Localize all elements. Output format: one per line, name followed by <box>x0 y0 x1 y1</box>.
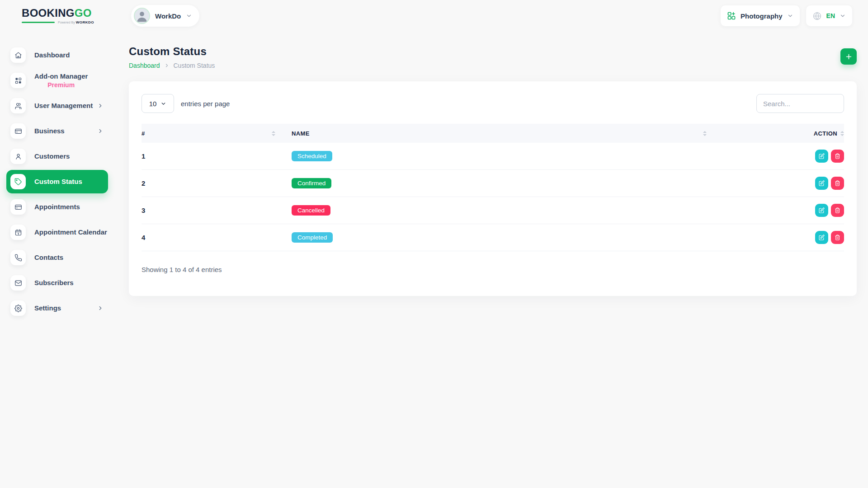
calendar-icon <box>10 225 26 240</box>
status-badge: Confirmed <box>292 178 331 188</box>
column-header-number: # <box>142 130 292 137</box>
home-icon <box>10 47 26 63</box>
language-label: EN <box>826 12 835 19</box>
sort-icon[interactable] <box>272 131 275 136</box>
powered-by-label: Powered By WORKDO <box>58 20 94 24</box>
trash-icon <box>835 153 840 159</box>
sort-icon[interactable] <box>840 131 844 136</box>
sidebar-item-settings[interactable]: Settings <box>0 296 115 321</box>
delete-button[interactable] <box>831 204 844 217</box>
language-switcher[interactable]: EN <box>806 5 852 26</box>
delete-button[interactable] <box>831 231 844 244</box>
chevron-right-icon <box>97 305 104 311</box>
sidebar-item-label: Settings <box>34 304 61 312</box>
edit-icon <box>819 180 825 186</box>
sidebar-item-label: Add-on Manager <box>34 72 88 80</box>
brand-tagline: Powered By WORKDO <box>22 20 94 24</box>
table-row: 1 Scheduled <box>142 143 844 170</box>
table-controls: 10 entries per page <box>142 94 844 113</box>
sidebar-item-user-management[interactable]: User Management <box>0 93 115 118</box>
main-area: WorkDo Photography <box>115 0 868 488</box>
delete-button[interactable] <box>831 177 844 190</box>
workspace-switcher[interactable]: Photography <box>721 5 800 26</box>
sidebar-item-subscribers[interactable]: Subscribers <box>0 270 115 296</box>
grid-plus-icon <box>727 11 736 20</box>
status-badge: Cancelled <box>292 205 330 216</box>
grid-icon <box>10 73 26 88</box>
status-badge: Scheduled <box>292 151 332 161</box>
plus-icon <box>845 53 853 61</box>
table-row: 4 Completed <box>142 224 844 251</box>
workspace-label: Photography <box>741 12 783 20</box>
credit-card-icon <box>10 123 26 139</box>
phone-icon <box>10 250 26 265</box>
row-number: 3 <box>142 206 292 214</box>
edit-button[interactable] <box>815 204 828 217</box>
sidebar-item-contacts[interactable]: Contacts <box>0 245 115 270</box>
sidebar-item-appointment-calendar[interactable]: Appointment Calendar <box>0 220 115 245</box>
sidebar-item-label-group: Add-on Manager Premium <box>34 72 88 89</box>
sidebar-item-label: Business <box>34 127 65 135</box>
sidebar-item-business[interactable]: Business <box>0 118 115 144</box>
sidebar-item-dashboard[interactable]: Dashboard <box>0 42 115 68</box>
sidebar-item-label: Appointment Calendar <box>34 228 107 236</box>
entries-per-page-select[interactable]: 10 <box>142 94 174 113</box>
sidebar-item-addon-manager[interactable]: Add-on Manager Premium <box>0 68 115 93</box>
sidebar-item-appointments[interactable]: Appointments <box>0 194 115 220</box>
sidebar-item-label: Dashboard <box>34 51 70 59</box>
status-badge: Completed <box>292 232 333 243</box>
page-head: Custom Status Dashboard Custom Status <box>129 45 857 69</box>
breadcrumb-dashboard-link[interactable]: Dashboard <box>129 62 160 69</box>
page-content: Custom Status Dashboard Custom Status <box>115 32 868 296</box>
user-menu[interactable]: WorkDo <box>131 5 199 27</box>
sidebar-item-label: Custom Status <box>34 178 82 186</box>
edit-button[interactable] <box>815 150 828 163</box>
entries-per-page-value: 10 <box>149 100 157 108</box>
table-row: 2 Confirmed <box>142 170 844 197</box>
delete-button[interactable] <box>831 150 844 163</box>
add-status-button[interactable] <box>840 48 857 65</box>
gear-icon <box>10 300 26 316</box>
mail-icon <box>10 275 26 291</box>
column-header-action: ACTION <box>708 130 844 137</box>
premium-badge: Premium <box>47 81 75 89</box>
custom-status-card: 10 entries per page # <box>129 81 857 296</box>
logo-underline <box>22 22 55 23</box>
search-input[interactable] <box>756 94 844 113</box>
breadcrumb-current: Custom Status <box>174 62 215 69</box>
brand-name-accent: GO <box>75 7 92 19</box>
sidebar-item-custom-status[interactable]: Custom Status <box>6 170 108 193</box>
sidebar: BOOKINGGO Powered By WORKDO Dashboard Ad… <box>0 0 115 488</box>
trash-icon <box>835 180 840 186</box>
edit-icon <box>819 153 825 159</box>
topbar-right: Photography EN <box>721 5 852 26</box>
edit-button[interactable] <box>815 177 828 190</box>
chevron-right-icon <box>97 128 104 134</box>
page-title: Custom Status <box>129 45 215 58</box>
tag-icon <box>10 174 26 189</box>
globe-icon <box>812 11 822 21</box>
edit-button[interactable] <box>815 231 828 244</box>
users-icon <box>10 98 26 113</box>
table-summary: Showing 1 to 4 of 4 entries <box>142 266 844 273</box>
row-number: 2 <box>142 179 292 187</box>
chevron-down-icon <box>787 13 793 19</box>
chevron-down-icon <box>840 13 846 19</box>
avatar <box>134 8 150 24</box>
breadcrumb-separator-icon <box>164 63 170 68</box>
sidebar-item-customers[interactable]: Customers <box>0 144 115 169</box>
brand-name-primary: BOOKING <box>22 7 75 19</box>
edit-icon <box>819 207 825 213</box>
chevron-down-icon <box>160 101 166 107</box>
sidebar-item-label: Customers <box>34 152 70 160</box>
credit-card-icon <box>10 199 26 215</box>
sidebar-menu: Dashboard Add-on Manager Premium User Ma… <box>0 32 115 321</box>
entries-per-page-label: entries per page <box>181 100 230 108</box>
topbar: WorkDo Photography <box>115 0 868 32</box>
brand-logo[interactable]: BOOKINGGO Powered By WORKDO <box>0 0 115 32</box>
trash-icon <box>835 235 840 240</box>
row-number: 1 <box>142 152 292 160</box>
sidebar-item-label: Contacts <box>34 253 63 262</box>
column-header-name: NAME <box>292 130 708 137</box>
sort-icon[interactable] <box>703 131 707 136</box>
